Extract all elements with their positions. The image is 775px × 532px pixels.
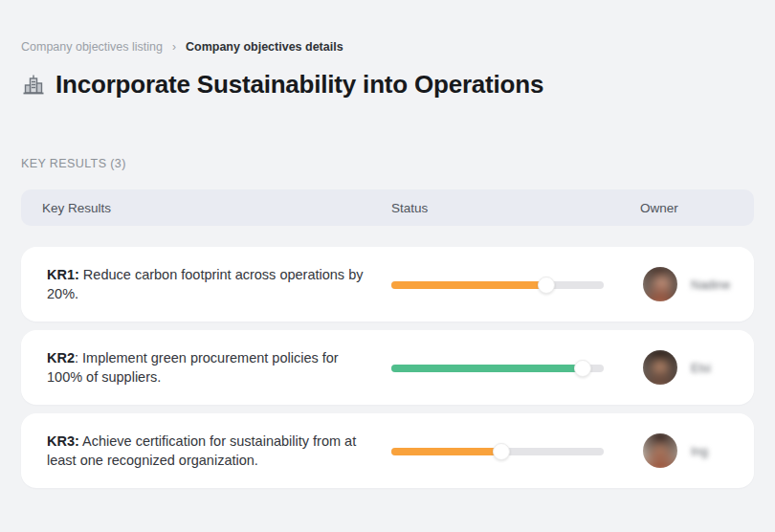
key-result-row-2[interactable]: KR2: Implement green procurement policie… <box>21 330 754 405</box>
key-results-list: KR1: Reduce carbon footprint across oper… <box>21 247 754 488</box>
page: Company objectives listing › Company obj… <box>0 0 775 532</box>
owner-cell: Nadine <box>640 267 754 301</box>
key-result-text: KR2: Implement green procurement policie… <box>21 348 370 387</box>
avatar <box>643 267 677 301</box>
chevron-right-icon: › <box>172 40 176 54</box>
progress-fill <box>391 448 501 455</box>
key-result-text: KR1: Reduce carbon footprint across oper… <box>21 265 370 303</box>
slider-thumb[interactable] <box>538 277 555 294</box>
progress-slider[interactable] <box>391 448 604 455</box>
avatar <box>643 350 677 385</box>
owner-name: Nadine <box>691 277 730 292</box>
progress-slider[interactable] <box>391 365 604 372</box>
column-header-status: Status <box>391 201 640 215</box>
progress-slider[interactable] <box>391 281 604 289</box>
progress-fill <box>391 365 583 372</box>
breadcrumb-listing-link[interactable]: Company objectives listing <box>21 40 163 54</box>
status-cell <box>391 279 640 289</box>
breadcrumb-details-current: Company objectives details <box>186 40 343 54</box>
table-header: Key Results Status Owner <box>21 189 754 226</box>
owner-cell: Elsi <box>640 350 754 385</box>
column-header-key-results: Key Results <box>21 201 391 215</box>
key-result-row-3[interactable]: KR3: Achieve certification for sustainab… <box>21 413 754 488</box>
status-cell <box>391 446 640 455</box>
title-row: Incorporate Sustainability into Operatio… <box>21 70 754 100</box>
progress-fill <box>391 281 546 289</box>
owner-name: Elsi <box>691 361 711 375</box>
breadcrumb: Company objectives listing › Company obj… <box>21 40 754 54</box>
slider-thumb[interactable] <box>574 360 591 377</box>
owner-name: Ing <box>691 444 708 458</box>
page-title: Incorporate Sustainability into Operatio… <box>55 70 543 100</box>
key-result-row-1[interactable]: KR1: Reduce carbon footprint across oper… <box>21 247 754 321</box>
slider-thumb[interactable] <box>493 443 510 460</box>
building-icon <box>21 73 46 98</box>
status-cell <box>391 363 640 372</box>
key-results-section-label: KEY RESULTS (3) <box>21 157 754 170</box>
column-header-owner: Owner <box>640 201 754 215</box>
owner-cell: Ing <box>640 433 754 468</box>
key-result-text: KR3: Achieve certification for sustainab… <box>21 432 370 470</box>
avatar <box>643 433 677 468</box>
